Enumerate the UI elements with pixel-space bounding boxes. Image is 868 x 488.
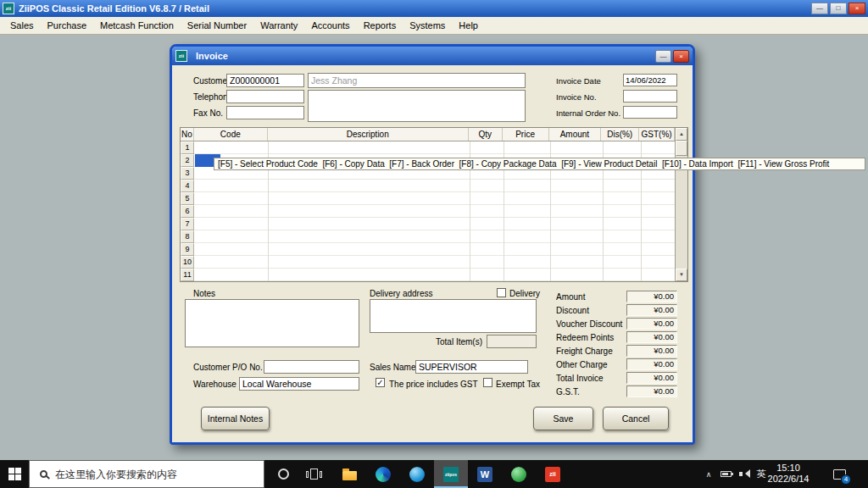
- cortana-button[interactable]: [268, 460, 298, 488]
- grid-row-number[interactable]: 8: [181, 230, 194, 243]
- word-icon: W: [477, 467, 492, 482]
- menu-item-help[interactable]: Help: [452, 17, 485, 35]
- menu-item-reports[interactable]: Reports: [357, 17, 403, 35]
- grid-row-number[interactable]: 5: [181, 192, 194, 205]
- scroll-up-button[interactable]: ▲: [676, 128, 687, 141]
- scroll-down-button[interactable]: ▼: [676, 269, 687, 281]
- invoice-no-input[interactable]: [623, 90, 677, 103]
- grid-column-dis: Dis(%): [601, 128, 639, 141]
- fax-input[interactable]: [226, 106, 304, 119]
- exempt-tax-label: Exempt Tax: [496, 380, 540, 389]
- scroll-thumb[interactable]: [676, 141, 687, 156]
- exempt-tax-checkbox[interactable]: [483, 378, 492, 387]
- grid-row-number[interactable]: 7: [181, 218, 194, 230]
- menu-item-metcash-function[interactable]: Metcash Function: [93, 17, 181, 35]
- menu-item-sales[interactable]: Sales: [3, 17, 41, 35]
- customer-address-box[interactable]: [308, 90, 526, 122]
- invoice-minimize-button[interactable]: —: [655, 50, 671, 63]
- grid-column-gst: GST(%): [639, 128, 675, 141]
- total-other-charge-value: ¥0.00: [626, 358, 677, 370]
- word-button[interactable]: W: [468, 460, 502, 488]
- total-items-input[interactable]: [487, 335, 537, 348]
- warehouse-label: Warehouse: [193, 380, 236, 389]
- grid-row-number[interactable]: 11: [181, 269, 194, 281]
- total-redeem-points-value: ¥0.00: [626, 331, 677, 343]
- main-titlebar: zii ZiiPOS Classic Retail Edition V6.8.7…: [0, 0, 868, 17]
- customer-code-input[interactable]: [226, 74, 304, 87]
- menu-item-accounts[interactable]: Accounts: [304, 17, 356, 35]
- invoice-window-title: Invoice: [196, 51, 654, 61]
- customer-po-input[interactable]: [264, 360, 359, 374]
- taskbar-search[interactable]: [29, 460, 264, 488]
- ziipos-logo-icon: zii: [3, 3, 14, 14]
- price-includes-gst-checkbox[interactable]: ✓: [376, 378, 385, 387]
- menu-item-serial-number[interactable]: Serial Number: [181, 17, 253, 35]
- ziipos-taskbar-button[interactable]: ziipos: [434, 460, 468, 488]
- price-includes-gst-label: The price includes GST: [389, 380, 478, 389]
- total-amount-label: Amount: [556, 292, 585, 302]
- volume-indicator[interactable]: [736, 460, 753, 488]
- warehouse-input[interactable]: [239, 377, 359, 391]
- task-view-icon: [306, 469, 322, 480]
- internal-order-no-input[interactable]: [623, 106, 677, 119]
- blue-browser-icon: [409, 467, 425, 482]
- cancel-button[interactable]: Cancel: [603, 407, 669, 430]
- green-app-button[interactable]: [502, 460, 536, 488]
- invoice-titlebar[interactable]: zii Invoice — ×: [172, 47, 693, 65]
- function-key-hint: [F5] - Select Product Code [F6] - Copy D…: [214, 158, 865, 170]
- file-explorer-icon: [342, 471, 357, 480]
- menubar: Sales Purchase Metcash Function Serial N…: [0, 17, 868, 35]
- grid-scrollbar[interactable]: ▲ ▼: [675, 128, 687, 281]
- close-button[interactable]: ×: [849, 3, 865, 14]
- grid-header: No Code Description Qty Price Amount Dis…: [181, 128, 675, 141]
- grid-row-number[interactable]: 10: [181, 256, 194, 269]
- windows-logo-icon: [8, 468, 21, 480]
- edge-button[interactable]: [366, 460, 400, 488]
- delivery-checkbox[interactable]: [497, 288, 506, 297]
- window-controls: — □ ×: [811, 3, 865, 14]
- customer-name-input[interactable]: [308, 73, 526, 88]
- menu-item-warranty[interactable]: Warranty: [253, 17, 304, 35]
- sales-name-input[interactable]: [415, 360, 528, 374]
- total-items-label: Total Item(s): [367, 337, 482, 347]
- action-center-button[interactable]: 4: [821, 460, 858, 488]
- battery-indicator[interactable]: [717, 460, 734, 488]
- invoice-close-button[interactable]: ×: [673, 50, 689, 63]
- sales-name-label: Sales Name: [370, 363, 415, 372]
- grid-column-qty: Qty: [469, 128, 503, 141]
- menu-item-purchase[interactable]: Purchase: [41, 17, 93, 35]
- chevron-up-icon: ∧: [706, 470, 712, 479]
- file-explorer-button[interactable]: [332, 460, 366, 488]
- fax-label: Fax No.: [193, 108, 223, 118]
- taskbar-clock[interactable]: 15:10 2022/6/14: [761, 463, 815, 485]
- delivery-address-textarea[interactable]: [370, 299, 537, 333]
- grid-row-number[interactable]: 3: [181, 167, 194, 180]
- search-input[interactable]: [55, 469, 264, 480]
- desktop: zii ZiiPOS Classic Retail Edition V6.8.7…: [0, 0, 868, 488]
- invoice-date-label: Invoice Date: [556, 76, 601, 86]
- grid-row-number[interactable]: 4: [181, 180, 194, 192]
- grid-row-number[interactable]: 6: [181, 205, 194, 218]
- notes-textarea[interactable]: [185, 299, 359, 347]
- maximize-button[interactable]: □: [830, 3, 847, 14]
- start-button[interactable]: [0, 460, 29, 488]
- invoice-date-input[interactable]: [623, 74, 677, 86]
- taskbar: ziipos W zii ∧ 英 15:10 2022/6/14 4: [0, 460, 868, 488]
- edge-browser-icon: [376, 467, 391, 482]
- internal-order-no-label: Internal Order No.: [556, 108, 620, 118]
- telephone-input[interactable]: [226, 90, 304, 103]
- internal-notes-button[interactable]: Internal Notes: [201, 407, 270, 430]
- grid-row-number[interactable]: 2: [181, 154, 194, 167]
- task-view-button[interactable]: [298, 460, 329, 488]
- save-button[interactable]: Save: [533, 407, 593, 430]
- grid-row-number[interactable]: 9: [181, 243, 194, 256]
- zii-app-button[interactable]: zii: [536, 460, 570, 488]
- grid-row-number[interactable]: 1: [181, 141, 194, 154]
- menu-item-systems[interactable]: Systems: [403, 17, 452, 35]
- minimize-button[interactable]: —: [811, 3, 828, 14]
- browser-button[interactable]: [400, 460, 434, 488]
- main-window-title: ZiiPOS Classic Retail Edition V6.8.7 / R…: [19, 3, 811, 14]
- tray-expand-button[interactable]: ∧: [700, 460, 717, 488]
- total-freight-charge-value: ¥0.00: [626, 345, 677, 357]
- total-redeem-points-label: Redeem Points: [556, 333, 614, 342]
